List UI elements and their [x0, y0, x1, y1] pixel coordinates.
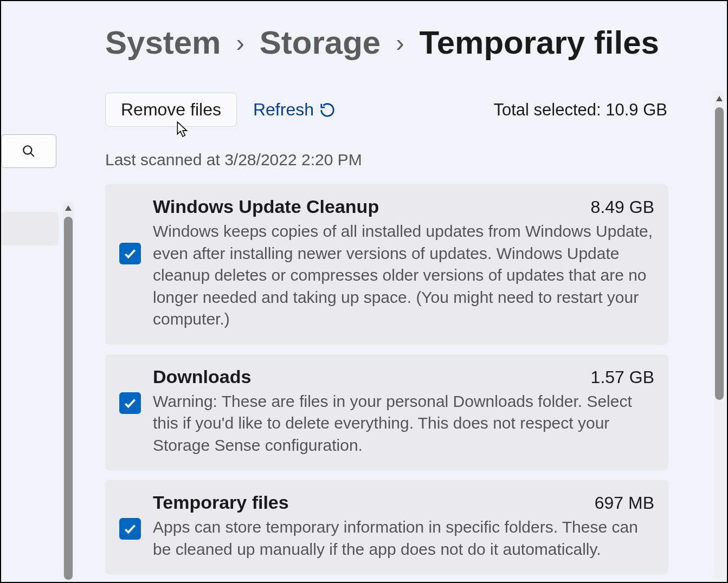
remove-files-button[interactable]: Remove files [105, 93, 237, 127]
check-icon [123, 396, 137, 410]
total-selected-label: Total selected: 10.9 GB [493, 100, 667, 120]
toolbar: Remove files Refresh Total selected: 10.… [105, 93, 727, 127]
content-scrollbar-thumb[interactable] [715, 107, 724, 400]
list-item[interactable]: Temporary files 697 MB Apps can store te… [105, 480, 668, 574]
breadcrumb-separator: › [236, 28, 244, 57]
breadcrumb-separator: › [396, 28, 404, 57]
items-list: Windows Update Cleanup 8.49 GB Windows k… [105, 184, 727, 574]
item-description: Apps can store temporary information in … [153, 516, 654, 560]
item-description: Warning: These are files in your persona… [153, 391, 654, 457]
search-input[interactable] [1, 134, 56, 168]
item-body: Temporary files 697 MB Apps can store te… [153, 492, 654, 560]
breadcrumb-current: Temporary files [420, 24, 659, 61]
content-scroll-up-arrow[interactable] [714, 94, 725, 103]
svg-line-1 [30, 153, 34, 157]
sidebar-scrollbar-thumb[interactable] [64, 217, 73, 580]
checkbox[interactable] [119, 392, 141, 414]
item-size: 1.57 GB [591, 367, 654, 387]
refresh-label: Refresh [253, 100, 314, 120]
item-title: Windows Update Cleanup [153, 196, 379, 217]
svg-marker-2 [65, 205, 72, 211]
chevron-up-icon [65, 205, 72, 211]
refresh-icon [319, 102, 336, 118]
svg-marker-3 [716, 96, 723, 101]
svg-point-0 [23, 146, 31, 154]
chevron-up-icon [716, 96, 723, 101]
search-icon [22, 144, 36, 158]
main-content: System › Storage › Temporary files Remov… [105, 1, 727, 582]
checkbox[interactable] [119, 243, 141, 264]
sidebar [1, 1, 80, 582]
item-body: Windows Update Cleanup 8.49 GB Windows k… [153, 196, 654, 331]
check-icon [123, 522, 137, 536]
list-item[interactable]: Downloads 1.57 GB Warning: These are fil… [105, 354, 668, 471]
item-size: 8.49 GB [591, 197, 654, 217]
item-title: Temporary files [153, 492, 289, 513]
item-body: Downloads 1.57 GB Warning: These are fil… [153, 366, 654, 457]
last-scanned-label: Last scanned at 3/28/2022 2:20 PM [105, 151, 727, 169]
check-icon [123, 247, 137, 261]
item-size: 697 MB [595, 493, 654, 513]
item-title: Downloads [153, 366, 251, 387]
breadcrumb-storage[interactable]: Storage [260, 24, 381, 61]
checkbox[interactable] [119, 518, 141, 540]
list-item[interactable]: Windows Update Cleanup 8.49 GB Windows k… [105, 184, 668, 345]
sidebar-scroll-up-arrow[interactable] [63, 204, 74, 212]
breadcrumb: System › Storage › Temporary files [105, 24, 727, 61]
breadcrumb-system[interactable]: System [105, 24, 221, 61]
item-description: Windows keeps copies of all installed up… [153, 221, 654, 331]
sidebar-item-selected[interactable] [1, 212, 59, 245]
refresh-button[interactable]: Refresh [253, 100, 336, 120]
